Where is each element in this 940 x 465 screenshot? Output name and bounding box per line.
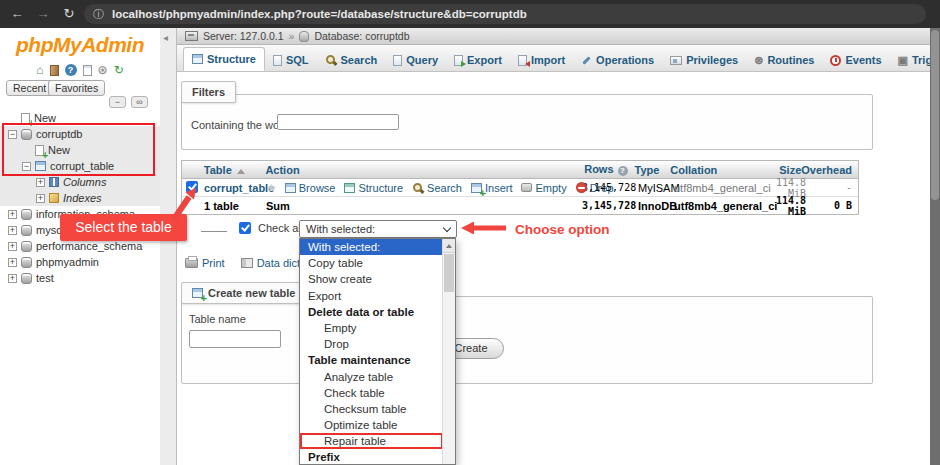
tab-label: Operations bbox=[596, 54, 654, 66]
column-header-action: Action bbox=[263, 164, 579, 176]
dropdown-option-repair-table[interactable]: Repair table bbox=[300, 433, 443, 449]
dropdown-option-delete-data-or-table[interactable]: Delete data or table bbox=[300, 304, 443, 320]
row-checkbox[interactable] bbox=[186, 181, 198, 193]
import-icon bbox=[518, 55, 527, 66]
dropdown-option-optimize-table[interactable]: Optimize table bbox=[300, 417, 443, 433]
scrollbar-thumb[interactable] bbox=[444, 254, 454, 292]
nav-header-icons: ⌂⊛↻ bbox=[0, 62, 160, 78]
docs-icon[interactable] bbox=[83, 65, 92, 76]
breadcrumb-database[interactable]: Database: corruptdb bbox=[314, 30, 409, 42]
action-label: Empty bbox=[535, 182, 566, 194]
expand-node-icon[interactable]: + bbox=[8, 242, 17, 251]
action-insert[interactable]: Insert bbox=[471, 182, 513, 194]
settings-icon[interactable]: ⊛ bbox=[98, 64, 108, 76]
tab-operations[interactable]: Operations bbox=[573, 49, 662, 71]
column-header-size[interactable]: Size bbox=[754, 164, 802, 176]
column-header-rows[interactable]: Rows? bbox=[579, 163, 631, 176]
chevron-down-icon bbox=[443, 223, 451, 231]
column-header-collation[interactable]: Collation bbox=[666, 164, 753, 176]
tab-export[interactable]: Export bbox=[446, 49, 510, 71]
action-browse[interactable]: Browse bbox=[285, 182, 336, 194]
browser-back-icon[interactable]: ← bbox=[8, 5, 26, 23]
link-panel-icon[interactable]: ∞ bbox=[131, 96, 148, 108]
tab-import[interactable]: Import bbox=[510, 49, 573, 71]
column-header-type[interactable]: Type bbox=[631, 164, 667, 176]
tree-item-test[interactable]: +test bbox=[0, 270, 160, 286]
expand-node-icon[interactable]: + bbox=[36, 178, 45, 187]
expand-node-icon[interactable]: + bbox=[8, 210, 17, 219]
browser-scrollbar[interactable] bbox=[930, 28, 940, 465]
refresh-icon[interactable]: ↻ bbox=[114, 64, 124, 76]
query-icon bbox=[393, 55, 402, 66]
site-info-icon[interactable]: ⓘ bbox=[93, 7, 104, 21]
tab-search[interactable]: Search bbox=[317, 49, 386, 71]
dropdown-option-show-create[interactable]: Show create bbox=[300, 271, 443, 287]
url-text[interactable]: localhost/phpmyadmin/index.php?route=/da… bbox=[112, 8, 527, 20]
check-all-label[interactable]: Check all bbox=[258, 222, 303, 234]
browser-forward-icon[interactable]: → bbox=[34, 5, 52, 23]
dropdown-option-export[interactable]: Export bbox=[300, 288, 443, 304]
browse-icon bbox=[285, 183, 296, 193]
phpmyadmin-logo: phpMyAdmin bbox=[0, 33, 160, 57]
dropdown-option-checksum-table[interactable]: Checksum table bbox=[300, 401, 443, 417]
expand-node-icon[interactable]: + bbox=[8, 226, 17, 235]
panel-divider[interactable]: ◂ bbox=[160, 28, 177, 465]
expand-node-icon[interactable]: + bbox=[8, 258, 17, 267]
breadcrumb-server[interactable]: Server: 127.0.0.1 bbox=[203, 30, 284, 42]
check-all-connector bbox=[201, 231, 227, 232]
browser-reload-icon[interactable]: ↻ bbox=[60, 5, 78, 23]
address-bar[interactable]: ⓘ localhost/phpmyadmin/index.php?route=/… bbox=[84, 4, 926, 24]
action-label: Structure bbox=[358, 182, 403, 194]
tree-item-label: Columns bbox=[63, 176, 106, 188]
dropdown-option-copy-table[interactable]: Copy table bbox=[300, 255, 443, 271]
tab-triggers[interactable]: ▣Triggers bbox=[890, 49, 930, 71]
tab-events[interactable]: Events bbox=[822, 49, 889, 71]
tab-privileges[interactable]: Privileges bbox=[662, 49, 746, 71]
recent-button[interactable]: Recent bbox=[6, 80, 53, 96]
dropdown-option-check-table[interactable]: Check table bbox=[300, 385, 443, 401]
dropdown-option-empty[interactable]: Empty bbox=[300, 320, 443, 336]
collapse-all-icon[interactable]: − bbox=[109, 96, 126, 108]
favorites-button[interactable]: Favorites bbox=[48, 80, 105, 96]
tab-query[interactable]: Query bbox=[385, 49, 446, 71]
column-header-table[interactable]: Table bbox=[202, 164, 264, 176]
action-search[interactable]: Search bbox=[412, 182, 462, 194]
expand-node-icon[interactable]: + bbox=[36, 194, 45, 203]
dropdown-option-drop[interactable]: Drop bbox=[300, 336, 443, 352]
expand-node-icon[interactable]: + bbox=[8, 274, 17, 283]
tree-item-phpmyadmin[interactable]: +phpmyadmin bbox=[0, 254, 160, 270]
check-all-checkbox[interactable] bbox=[239, 222, 251, 234]
triggers-icon: ▣ bbox=[898, 55, 908, 66]
print-link[interactable]: Print bbox=[185, 257, 225, 269]
indexes-icon bbox=[49, 193, 59, 203]
tab-sql[interactable]: SQL bbox=[265, 49, 317, 71]
dropdown-option-with-selected-[interactable]: With selected: bbox=[300, 239, 443, 255]
favorite-star-icon[interactable]: ★ bbox=[266, 181, 277, 195]
dropdown-option-table-maintenance[interactable]: Table maintenance bbox=[300, 352, 443, 368]
help-icon[interactable] bbox=[65, 64, 77, 76]
with-selected-select[interactable]: With selected: bbox=[299, 220, 457, 238]
database-icon bbox=[21, 273, 32, 284]
tab-routines[interactable]: ⊛Routines bbox=[746, 49, 822, 71]
tree-item-indexes[interactable]: +Indexes bbox=[0, 190, 160, 206]
exit-icon[interactable] bbox=[50, 65, 59, 76]
dropdown-scrollbar[interactable] bbox=[442, 239, 455, 464]
home-icon[interactable]: ⌂ bbox=[36, 64, 43, 76]
panel-collapse-icon[interactable]: ◂ bbox=[163, 32, 168, 43]
tab-label: SQL bbox=[286, 54, 309, 66]
browser-scrollbar-thumb[interactable] bbox=[931, 30, 939, 200]
tab-structure[interactable]: Structure bbox=[183, 47, 265, 71]
action-structure[interactable]: Structure bbox=[344, 182, 403, 194]
database-icon bbox=[21, 209, 32, 220]
action-empty[interactable]: Empty bbox=[521, 182, 566, 194]
dropdown-option-prefix[interactable]: Prefix bbox=[300, 449, 443, 465]
tree-item-columns[interactable]: +Columns bbox=[0, 174, 160, 190]
dropdown-option-analyze-table[interactable]: Analyze table bbox=[300, 369, 443, 385]
column-header-overhead[interactable]: Overhead bbox=[801, 164, 858, 176]
table-name-input[interactable] bbox=[189, 330, 281, 348]
rows-help-icon[interactable]: ? bbox=[618, 166, 628, 176]
scroll-up-icon[interactable] bbox=[443, 239, 455, 253]
containing-word-input[interactable] bbox=[277, 114, 399, 130]
structure-icon bbox=[344, 183, 355, 193]
database-icon bbox=[21, 257, 32, 268]
